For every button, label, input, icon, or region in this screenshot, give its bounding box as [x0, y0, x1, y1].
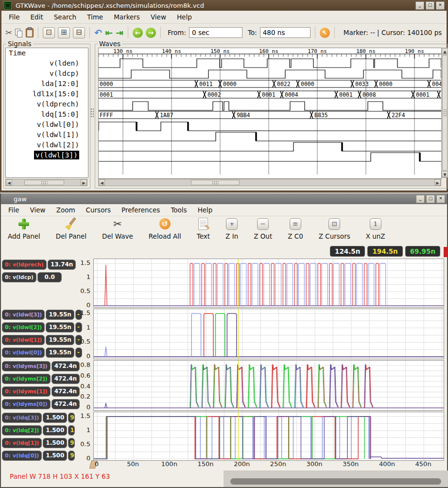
menu-item-help[interactable]: Help — [192, 205, 218, 215]
signal-name-badge[interactable]: 0: v(ldwl[3]) — [2, 310, 45, 320]
scrollbar-thumb[interactable] — [191, 180, 240, 185]
signal-name-badge[interactable]: 0: v(ldyms[3]) — [2, 361, 51, 371]
scroll-down-icon[interactable]: ▼ — [442, 171, 448, 177]
wave-panel-plot[interactable] — [93, 412, 444, 461]
maximize-button[interactable]: □ — [426, 195, 435, 203]
signal-item[interactable]: v(lden) — [6, 58, 88, 69]
signal-name-badge[interactable]: 0: v(ldcp) — [2, 272, 36, 282]
signal-item[interactable]: v(ldwl[2]) — [6, 140, 88, 150]
signal-name-badge[interactable]: 0: v(ldwl[2]) — [2, 322, 45, 332]
gtkwave-titlebar[interactable]: GTKWave - /home/schippes/.xschem/simulat… — [1, 0, 447, 11]
close-button[interactable]: ✕ — [436, 1, 445, 10]
to-input[interactable] — [260, 27, 310, 38]
toolbar-button-zoom-out[interactable]: −Z Out — [254, 217, 272, 240]
maximize-button[interactable]: □ — [426, 1, 434, 10]
minimize-button[interactable]: _ — [416, 195, 425, 203]
toolbar-button-text[interactable]: Text — [197, 217, 210, 240]
scroll-up-icon[interactable]: ▲ — [442, 48, 448, 54]
toolbar-button-zoom-cursors[interactable]: ⊡Z Cursors — [319, 217, 350, 240]
signal-item[interactable]: ldq[15:0] — [6, 109, 88, 120]
menu-item-cursors[interactable]: Cursors — [81, 205, 116, 215]
menu-item-tools[interactable]: Tools — [165, 205, 192, 215]
scroll-right-icon[interactable]: ▶ — [81, 179, 87, 186]
menu-item-markers[interactable]: Markers — [108, 12, 145, 22]
menu-item-file[interactable]: File — [3, 12, 25, 22]
edge-right-icon[interactable]: ⇥ — [116, 27, 123, 38]
zoom-in-icon[interactable]: ⊞ — [58, 27, 70, 38]
svg-text:0001: 0001 — [100, 91, 113, 98]
signal-name-badge[interactable]: 0: v(ldprech) — [2, 260, 47, 270]
signal-item[interactable]: v(ldcp) — [6, 69, 88, 79]
paste-icon[interactable] — [26, 28, 34, 37]
menu-item-file[interactable]: File — [3, 205, 25, 215]
zoom-fit-icon[interactable]: ⊡ — [43, 27, 55, 38]
scrollbar-thumb[interactable] — [230, 478, 441, 485]
toolbar-button-add-panel[interactable]: Add Panel — [8, 217, 40, 240]
scroll-left-icon[interactable]: ◀ — [6, 179, 12, 186]
copy-icon[interactable] — [15, 29, 23, 37]
signal-name-badge[interactable]: 0: v(ldq[0]) — [2, 451, 42, 461]
signal-name-badge[interactable]: 0: v(ldq[2]) — [2, 425, 42, 436]
minimize-button[interactable]: _ — [415, 1, 424, 10]
menu-item-view[interactable]: View — [25, 205, 51, 215]
toolbar-button-del-wave[interactable]: ✂Del Wave — [102, 217, 133, 240]
toolbar-button-zoom-c0[interactable]: ≡Z C0 — [288, 217, 303, 240]
forward-icon[interactable]: → — [146, 28, 156, 38]
pane-splitter[interactable] — [89, 48, 95, 177]
y-axis-label: 1 — [77, 426, 90, 434]
signal-name-badge[interactable]: 0: v(ldwl[1]) — [2, 335, 45, 345]
waves-vertical-scrollbar[interactable]: ▲ ▼ — [441, 48, 448, 178]
signal-item[interactable]: ldl1x[15:0] — [6, 89, 88, 99]
menu-item-time[interactable]: Time — [82, 12, 108, 22]
menu-item-view[interactable]: View — [145, 12, 172, 22]
menu-item-edit[interactable]: Edit — [25, 12, 49, 22]
svg-text:0044: 0044 — [432, 81, 441, 87]
signal-item[interactable]: v(ldwl[1]) — [6, 130, 88, 140]
close-button[interactable]: ✕ — [436, 195, 445, 203]
signal-item[interactable]: v(ldwl[0]) — [6, 120, 88, 130]
toolbar-button-reload-all[interactable]: ↺Reload All — [149, 217, 181, 240]
gaw-titlebar[interactable]: gaw _ □ ✕ — [1, 193, 447, 204]
waves-horizontal-scrollbar[interactable]: ◀ ▶ — [98, 179, 441, 186]
signal-name-badge[interactable]: 0: v(ldyms[0]) — [2, 399, 51, 409]
signal-item[interactable]: lda[12:0] — [6, 79, 88, 89]
cursor-values-row: 124.5n194.5n69.95n — [330, 246, 440, 257]
menu-item-search[interactable]: Search — [49, 12, 82, 22]
toolbar-button-x-unzoom[interactable]: 1X unZ — [366, 217, 385, 240]
edge-left-icon[interactable]: ⇤ — [105, 27, 113, 38]
menu-item-preferences[interactable]: Preferences — [116, 205, 165, 215]
signal-item[interactable]: v(ldprech) — [6, 99, 88, 109]
zoom-out-icon[interactable]: ⊟ — [73, 27, 85, 38]
back-icon[interactable]: ← — [133, 28, 143, 38]
toolbar-button-del-panel[interactable]: Del Panel — [56, 217, 86, 240]
wave-panel-plot[interactable] — [93, 309, 444, 359]
menu-item-help[interactable]: Help — [172, 12, 197, 22]
signal-item[interactable]: Time — [6, 48, 88, 58]
scrollbar-thumb[interactable] — [24, 180, 64, 185]
signal-name-badge[interactable]: 0: v(ldq[1]) — [2, 438, 42, 448]
signal-item[interactable]: v(ldwl[3]) — [6, 150, 88, 160]
toolbar-button-zoom-in[interactable]: +Z In — [225, 217, 238, 240]
gaw-horizontal-scrollbar[interactable] — [224, 471, 448, 487]
signal-name-badge[interactable]: 0: v(ldyms[2]) — [2, 374, 51, 384]
menu-item-zoom[interactable]: Zoom — [51, 205, 81, 215]
stop-icon[interactable]: ↖ — [320, 28, 330, 38]
scroll-right-icon[interactable]: ▶ — [434, 179, 441, 186]
scrollbar-thumb[interactable] — [442, 55, 448, 171]
signal-name-badge[interactable]: 0: v(ldyms[1]) — [2, 386, 51, 397]
wave-panel-plot[interactable] — [93, 259, 444, 308]
scroll-left-icon[interactable]: ◀ — [99, 179, 105, 186]
signal-name-badge[interactable]: 0: v(ldwl[0]) — [2, 348, 45, 358]
signal-value-badge: 472.4n — [52, 386, 80, 397]
from-input[interactable] — [189, 27, 242, 38]
undo-icon[interactable]: ↶ — [94, 27, 102, 38]
signals-horizontal-scrollbar[interactable]: ◀ ▶ — [5, 179, 87, 186]
cut-icon[interactable]: ✂ — [5, 28, 12, 37]
waves-canvas[interactable]: 130 ns140 ns150 ns160 ns170 ns180 ns190 … — [98, 48, 442, 179]
svg-text:0000: 0000 — [301, 81, 314, 87]
waves-frame-label: Waves — [98, 40, 122, 48]
signal-name-badge[interactable]: 0: v(ldq[3]) — [2, 413, 42, 423]
toolbar-separator — [38, 27, 38, 38]
wave-panel-plot[interactable] — [93, 360, 444, 411]
signal-list[interactable]: Timev(lden)v(ldcp)lda[12:0]ldl1x[15:0]v(… — [5, 48, 88, 178]
